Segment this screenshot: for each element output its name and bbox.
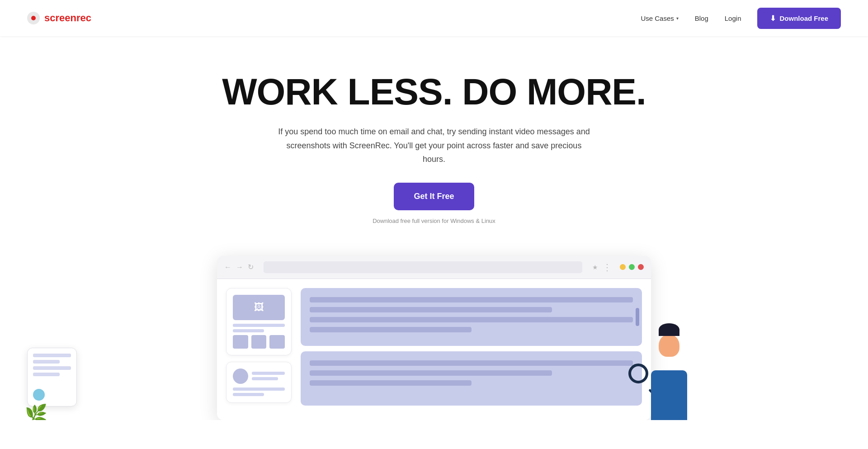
browser-frame: ← → ↻ ★ ⋮	[217, 256, 651, 420]
download-icon: ⬇	[770, 14, 776, 23]
use-cases-link[interactable]: Use Cases ▾	[641, 14, 678, 22]
browser-content: 🖼	[217, 279, 651, 420]
thumb-lines-1	[233, 324, 285, 332]
forward-icon[interactable]: →	[236, 263, 243, 271]
browser-nav-buttons: ← → ↻	[224, 263, 254, 271]
star-icon[interactable]: ★	[592, 264, 598, 271]
content-block-1	[301, 288, 642, 346]
hero-download-note: Download free full version for Windows &…	[9, 217, 859, 224]
card-line	[33, 366, 71, 370]
image-icon: 🖼	[254, 302, 264, 313]
thumb-mini-row	[233, 335, 285, 349]
logo-screen: screen	[44, 12, 76, 24]
content-area	[301, 288, 642, 411]
hero-subtitle: If you spend too much time on email and …	[276, 125, 592, 166]
float-card-left	[27, 348, 77, 406]
character-body	[651, 370, 687, 420]
character-hair	[659, 323, 679, 336]
magnifier-circle	[628, 364, 648, 383]
thumb-card-1: 🖼	[226, 288, 292, 355]
character-figure	[651, 370, 687, 420]
content-block-2	[301, 351, 642, 406]
hero-section: WORK LESS. DO MORE. If you spend too muc…	[0, 36, 868, 242]
browser-address-bar[interactable]	[264, 261, 582, 273]
browser-mockup-wrap: 🌿 ← → ↻ ★ ⋮	[0, 256, 868, 420]
navbar: screenrec Use Cases ▾ Blog Login ⬇ Downl…	[0, 0, 868, 36]
nav-links: Use Cases ▾ Blog Login ⬇ Download Free	[641, 8, 841, 29]
thumbnail-column: 🖼	[226, 288, 292, 411]
blog-link[interactable]: Blog	[695, 14, 708, 22]
card-stamp	[33, 389, 45, 401]
character-head	[659, 334, 679, 357]
float-plant: 🌿	[25, 403, 47, 420]
magnifier	[628, 364, 653, 388]
logo-rec: rec	[76, 12, 91, 24]
card-line	[33, 354, 71, 357]
minimize-button[interactable]	[620, 264, 626, 270]
refresh-icon[interactable]: ↻	[248, 263, 254, 271]
scroll-thumb[interactable]	[636, 308, 639, 326]
browser-traffic-lights	[620, 264, 644, 270]
thumb-card-2	[226, 362, 292, 403]
logo-text: screenrec	[44, 12, 91, 24]
thumb-image-1: 🖼	[233, 295, 285, 320]
hero-title: WORK LESS. DO MORE.	[9, 72, 859, 111]
logo-icon	[27, 12, 40, 24]
chevron-down-icon: ▾	[676, 16, 679, 21]
card-line	[33, 360, 60, 364]
float-character-right	[628, 364, 687, 420]
login-link[interactable]: Login	[725, 14, 741, 22]
browser-bar: ← → ↻ ★ ⋮	[217, 256, 651, 279]
get-it-free-button[interactable]: Get It Free	[394, 183, 474, 210]
card-line	[33, 373, 60, 376]
download-free-button[interactable]: ⬇ Download Free	[757, 8, 841, 29]
maximize-button[interactable]	[629, 264, 635, 270]
more-icon[interactable]: ⋮	[603, 262, 612, 273]
close-button[interactable]	[638, 264, 644, 270]
logo[interactable]: screenrec	[27, 12, 91, 24]
back-icon[interactable]: ←	[224, 263, 231, 271]
thumb-avatar	[233, 369, 248, 384]
plant-icon: 🌿	[25, 404, 47, 420]
browser-outer: ← → ↻ ★ ⋮	[217, 256, 651, 420]
thumb-text-2	[252, 372, 285, 380]
